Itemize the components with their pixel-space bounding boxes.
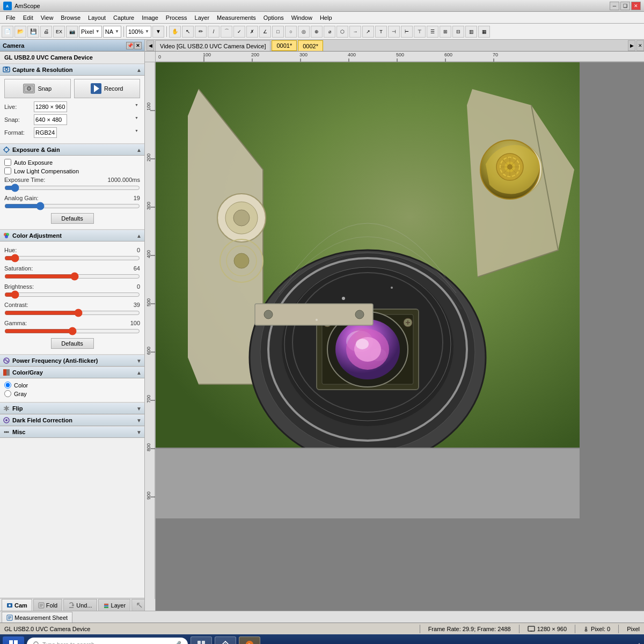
panel-close-button[interactable]: ✕ (134, 42, 142, 49)
toolbar-polygon[interactable]: ⬡ (336, 26, 348, 38)
toolbar-line[interactable]: / (208, 26, 219, 38)
canvas-view[interactable] (156, 62, 644, 611)
contrast-slider[interactable] (4, 309, 140, 317)
maximize-button[interactable]: ❑ (620, 2, 630, 10)
toolbar-arrow2[interactable]: ↗ (362, 26, 374, 38)
toolbar-col2[interactable]: ▦ (478, 26, 490, 38)
snap-select[interactable]: 640 × 480 1280 × 960 (34, 114, 67, 125)
taskbar-search[interactable]: Type here to search 🎤 (27, 638, 188, 644)
exposure-slider[interactable] (4, 184, 140, 192)
gray-radio[interactable] (4, 390, 11, 397)
color-gray-section-header[interactable]: Color/Gray ▲ (0, 367, 144, 378)
toolbar-pointer[interactable]: ↖ (182, 26, 194, 38)
video-tab[interactable]: Video [GL USB2.0 UVC Camera Device] (155, 40, 270, 51)
minimize-button[interactable]: ─ (610, 2, 619, 10)
toolbar-zoom-dropdown[interactable]: ▼ (152, 26, 164, 38)
doc-tab-0001[interactable]: 0001* (272, 40, 297, 51)
toolbar-btn6[interactable]: 📷 (66, 26, 78, 38)
menu-layer[interactable]: Layer (191, 12, 214, 23)
capture-section-header[interactable]: Capture & Resolution ▲ (0, 64, 144, 76)
brightness-slider[interactable] (4, 291, 140, 298)
hue-slider[interactable] (4, 254, 140, 262)
menu-capture[interactable]: Capture (109, 12, 138, 23)
layer-tab[interactable]: Layer (98, 599, 131, 611)
toolbar-arrow[interactable]: → (349, 26, 361, 38)
mea-tab[interactable]: Mea... (131, 599, 145, 611)
toolbar-measure1[interactable]: ⊣ (388, 26, 400, 38)
toolbar-grid[interactable]: ⊞ (440, 26, 451, 38)
fold-tab[interactable]: Fold (33, 599, 62, 611)
taskbar-chevron[interactable]: ∧ (637, 641, 641, 645)
toolbar-print[interactable]: 🖨 (40, 26, 52, 38)
start-button[interactable] (3, 636, 24, 644)
toolbar-text[interactable]: T (375, 26, 387, 38)
menu-window[interactable]: Window (288, 12, 316, 23)
toolbar-btn-misc[interactable]: ⊟ (452, 26, 464, 38)
low-light-checkbox[interactable] (4, 167, 11, 174)
color-radio[interactable] (4, 382, 11, 389)
toolbar-col1[interactable]: ▥ (465, 26, 477, 38)
menu-help[interactable]: Help (316, 12, 336, 23)
doc-tab-0002[interactable]: 0002* (298, 40, 323, 51)
pixel-dropdown[interactable]: Pixel ▼ (79, 26, 102, 38)
saturation-slider[interactable] (4, 273, 140, 280)
menu-layout[interactable]: Layout (84, 12, 109, 23)
cam-tab[interactable]: Cam (2, 599, 32, 611)
record-button[interactable]: Record (74, 79, 141, 98)
menu-browse[interactable]: Browse (57, 12, 84, 23)
panel-pin-button[interactable]: 📌 (126, 42, 134, 49)
toolbar-circle[interactable]: ◎ (298, 26, 310, 38)
status-separator-3 (575, 625, 575, 633)
toolbar-save[interactable]: 💾 (27, 26, 39, 38)
menu-edit[interactable]: Edit (19, 12, 37, 23)
exposure-section-header[interactable]: Exposure & Gain ▲ (0, 144, 144, 156)
toolbar-pen[interactable]: ✏ (195, 26, 207, 38)
gamma-slider[interactable] (4, 327, 140, 335)
taskbar-task-view[interactable] (191, 636, 212, 644)
und-tab[interactable]: Und... (63, 599, 97, 611)
menu-measurements[interactable]: Measurements (213, 12, 260, 23)
exposure-defaults-button[interactable]: Defaults (51, 213, 94, 224)
menu-process[interactable]: Process (162, 12, 191, 23)
snap-button[interactable]: Snap (4, 79, 71, 98)
format-select[interactable]: RGB24 RGB48 (34, 127, 57, 138)
taskbar-widgets[interactable] (215, 636, 236, 644)
toolbar-open[interactable]: 📂 (14, 26, 26, 38)
menu-file[interactable]: File (2, 12, 19, 23)
auto-exposure-checkbox[interactable] (4, 159, 11, 166)
zoom-dropdown[interactable]: 100% ▼ (126, 26, 151, 38)
und-tab-label: Und... (76, 602, 92, 609)
toolbar-hand[interactable]: ✋ (169, 26, 181, 38)
toolbar-calibrate[interactable]: ☰ (427, 26, 438, 38)
toolbar-measure2[interactable]: ⊢ (401, 26, 413, 38)
gain-slider[interactable] (4, 202, 140, 210)
live-select[interactable]: 1280 × 960 640 × 480 (34, 101, 67, 112)
menu-view[interactable]: View (37, 12, 57, 23)
toolbar-check[interactable]: ✓ (233, 26, 245, 38)
toolbar-curve[interactable]: ⌒ (221, 26, 232, 38)
toolbar-scale[interactable]: ⊤ (414, 26, 426, 38)
toolbar-ellipse[interactable]: ○ (285, 26, 297, 38)
taskbar-amscope[interactable]: A (239, 636, 260, 644)
toolbar-export[interactable]: EX (53, 26, 65, 38)
doc-tab-overflow[interactable]: ▶ (628, 40, 635, 51)
flip-section-header[interactable]: Flip ▼ (0, 402, 144, 414)
power-freq-section-header[interactable]: Power Frequency (Anti-flicker) ▼ (0, 355, 144, 367)
doc-tab-prev[interactable]: ◀ (147, 40, 154, 51)
doc-tab-close-all[interactable]: ✕ (636, 40, 644, 51)
toolbar-arc[interactable]: ⌀ (324, 26, 335, 38)
menu-image[interactable]: Image (138, 12, 162, 23)
close-button[interactable]: ✕ (631, 2, 641, 10)
toolbar-cross[interactable]: ✗ (246, 26, 258, 38)
toolbar-rect[interactable]: □ (272, 26, 284, 38)
menu-options[interactable]: Options (260, 12, 288, 23)
color-defaults-button[interactable]: Defaults (51, 338, 94, 349)
color-section-header[interactable]: Color Adjustment ▲ (0, 230, 144, 241)
na-dropdown[interactable]: NA ▼ (103, 26, 121, 38)
measurement-sheet-tab[interactable]: Measurement Sheet (2, 612, 72, 623)
dark-field-section-header[interactable]: Dark Field Correction ▼ (0, 414, 144, 426)
toolbar-new[interactable]: 📄 (2, 26, 13, 38)
toolbar-angle[interactable]: ∠ (259, 26, 271, 38)
toolbar-radial[interactable]: ⊕ (311, 26, 323, 38)
misc-section-header[interactable]: Misc ▼ (0, 426, 144, 438)
